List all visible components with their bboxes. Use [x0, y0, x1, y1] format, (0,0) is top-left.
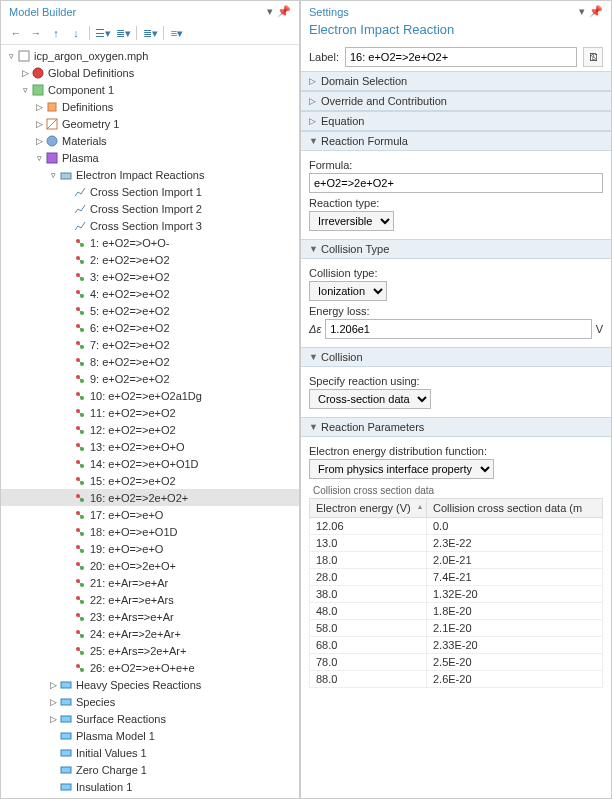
- cell-energy[interactable]: 88.0: [310, 671, 427, 688]
- up-icon[interactable]: ↑: [47, 24, 65, 42]
- cell-cross[interactable]: 0.0: [426, 518, 602, 535]
- cell-energy[interactable]: 38.0: [310, 586, 427, 603]
- tree-node[interactable]: 2: e+O2=>e+O2: [1, 251, 299, 268]
- forward-icon[interactable]: →: [27, 24, 45, 42]
- show-icon[interactable]: ☰▾: [94, 24, 112, 42]
- tree-node[interactable]: 14: e+O2=>e+O+O1D: [1, 455, 299, 472]
- tree-node[interactable]: ▿Plasma: [1, 149, 299, 166]
- cell-energy[interactable]: 13.0: [310, 535, 427, 552]
- table-row[interactable]: 28.07.4E-21: [310, 569, 603, 586]
- eedf-select[interactable]: From physics interface property: [309, 459, 494, 479]
- tree-node[interactable]: 10: e+O2=>e+O2a1Dg: [1, 387, 299, 404]
- tree-node[interactable]: 26: e+O2=>e+O+e+e: [1, 659, 299, 676]
- tree-node[interactable]: ▷Species: [1, 693, 299, 710]
- tree-node[interactable]: ▷Global Definitions: [1, 64, 299, 81]
- table-row[interactable]: 88.02.6E-20: [310, 671, 603, 688]
- back-icon[interactable]: ←: [7, 24, 25, 42]
- tree-node[interactable]: 24: e+Ar=>2e+Ar+: [1, 625, 299, 642]
- table-row[interactable]: 68.02.33E-20: [310, 637, 603, 654]
- tree-node[interactable]: 20: e+O=>2e+O+: [1, 557, 299, 574]
- tree-node[interactable]: ▿Component 1: [1, 81, 299, 98]
- tree-node[interactable]: Cross Section Import 2: [1, 200, 299, 217]
- tree-node[interactable]: Insulation 1: [1, 778, 299, 795]
- pin-icon[interactable]: 📌: [277, 5, 291, 18]
- twist-icon[interactable]: ▷: [33, 119, 45, 129]
- cell-cross[interactable]: 2.33E-20: [426, 637, 602, 654]
- cell-cross[interactable]: 2.3E-22: [426, 535, 602, 552]
- twist-icon[interactable]: ▷: [47, 697, 59, 707]
- tree-node[interactable]: 21: e+Ar=>e+Ar: [1, 574, 299, 591]
- cell-cross[interactable]: 7.4E-21: [426, 569, 602, 586]
- table-row[interactable]: 12.060.0: [310, 518, 603, 535]
- twist-icon[interactable]: ▿: [47, 170, 59, 180]
- label-input[interactable]: [345, 47, 577, 67]
- twist-icon[interactable]: ▿: [19, 85, 31, 95]
- collision-type-select[interactable]: Ionization: [309, 281, 387, 301]
- cell-energy[interactable]: 12.06: [310, 518, 427, 535]
- tree-node[interactable]: ▷Geometry 1: [1, 115, 299, 132]
- tree-node[interactable]: 5: e+O2=>e+O2: [1, 302, 299, 319]
- tree-node[interactable]: Axial Symmetry 1: [1, 795, 299, 798]
- section-collision[interactable]: Collision: [301, 347, 611, 367]
- tree-node[interactable]: 7: e+O2=>e+O2: [1, 336, 299, 353]
- twist-icon[interactable]: ▷: [19, 68, 31, 78]
- reaction-type-select[interactable]: Irreversible: [309, 211, 394, 231]
- tree-node[interactable]: Cross Section Import 3: [1, 217, 299, 234]
- tree-node[interactable]: ▷Definitions: [1, 98, 299, 115]
- formula-input[interactable]: [309, 173, 603, 193]
- tree-node[interactable]: 13: e+O2=>e+O+O: [1, 438, 299, 455]
- section-reaction-formula[interactable]: Reaction Formula: [301, 131, 611, 151]
- tree-node[interactable]: Cross Section Import 1: [1, 183, 299, 200]
- tree-node[interactable]: 23: e+Ars=>e+Ar: [1, 608, 299, 625]
- cell-energy[interactable]: 68.0: [310, 637, 427, 654]
- section-domain-selection[interactable]: Domain Selection: [301, 71, 611, 91]
- collapse-icon[interactable]: ≣▾: [114, 24, 132, 42]
- section-reaction-parameters[interactable]: Reaction Parameters: [301, 417, 611, 437]
- section-override[interactable]: Override and Contribution: [301, 91, 611, 111]
- section-collision-type[interactable]: Collision Type: [301, 239, 611, 259]
- tree-node[interactable]: 9: e+O2=>e+O2: [1, 370, 299, 387]
- tree-node[interactable]: Initial Values 1: [1, 744, 299, 761]
- tree-node[interactable]: 22: e+Ar=>e+Ars: [1, 591, 299, 608]
- tree-node[interactable]: 1: e+O2=>O+O-: [1, 234, 299, 251]
- tree-node[interactable]: 4: e+O2=>e+O2: [1, 285, 299, 302]
- tree-node[interactable]: 11: e+O2=>e+O2: [1, 404, 299, 421]
- twist-icon[interactable]: ▿: [33, 153, 45, 163]
- tree-node[interactable]: 3: e+O2=>e+O2: [1, 268, 299, 285]
- menu-dropdown-icon[interactable]: ▾: [267, 5, 273, 18]
- cell-cross[interactable]: 2.6E-20: [426, 671, 602, 688]
- section-equation[interactable]: Equation: [301, 111, 611, 131]
- table-header-energy[interactable]: Electron energy (V)▴: [310, 499, 427, 518]
- tree-node[interactable]: 15: e+O2=>e+O2: [1, 472, 299, 489]
- sort-icon[interactable]: ▴: [418, 502, 422, 511]
- view-icon[interactable]: ≡▾: [168, 24, 186, 42]
- tree-node[interactable]: Zero Charge 1: [1, 761, 299, 778]
- tree-node[interactable]: ▿icp_argon_oxygen.mph: [1, 47, 299, 64]
- tree-node[interactable]: 19: e+O=>e+O: [1, 540, 299, 557]
- cell-energy[interactable]: 18.0: [310, 552, 427, 569]
- table-row[interactable]: 13.02.3E-22: [310, 535, 603, 552]
- twist-icon[interactable]: ▷: [33, 136, 45, 146]
- energy-loss-input[interactable]: [325, 319, 591, 339]
- pin-icon[interactable]: 📌: [589, 5, 603, 18]
- tree-node[interactable]: ▷Materials: [1, 132, 299, 149]
- table-header-cross[interactable]: Collision cross section data (m: [426, 499, 602, 518]
- table-row[interactable]: 78.02.5E-20: [310, 654, 603, 671]
- cell-energy[interactable]: 28.0: [310, 569, 427, 586]
- specify-select[interactable]: Cross-section data: [309, 389, 431, 409]
- cell-energy[interactable]: 48.0: [310, 603, 427, 620]
- tree-node[interactable]: ▷Surface Reactions: [1, 710, 299, 727]
- cell-cross[interactable]: 1.8E-20: [426, 603, 602, 620]
- table-row[interactable]: 18.02.0E-21: [310, 552, 603, 569]
- tree-node[interactable]: 16: e+O2=>2e+O2+: [1, 489, 299, 506]
- tree-node[interactable]: ▷Heavy Species Reactions: [1, 676, 299, 693]
- tree-node[interactable]: Plasma Model 1: [1, 727, 299, 744]
- down-icon[interactable]: ↓: [67, 24, 85, 42]
- twist-icon[interactable]: ▷: [33, 102, 45, 112]
- cell-cross[interactable]: 2.5E-20: [426, 654, 602, 671]
- cell-energy[interactable]: 58.0: [310, 620, 427, 637]
- twist-icon[interactable]: ▿: [5, 51, 17, 61]
- menu-dropdown-icon[interactable]: ▾: [579, 5, 585, 18]
- cell-cross[interactable]: 2.0E-21: [426, 552, 602, 569]
- tree-node[interactable]: 25: e+Ars=>2e+Ar+: [1, 642, 299, 659]
